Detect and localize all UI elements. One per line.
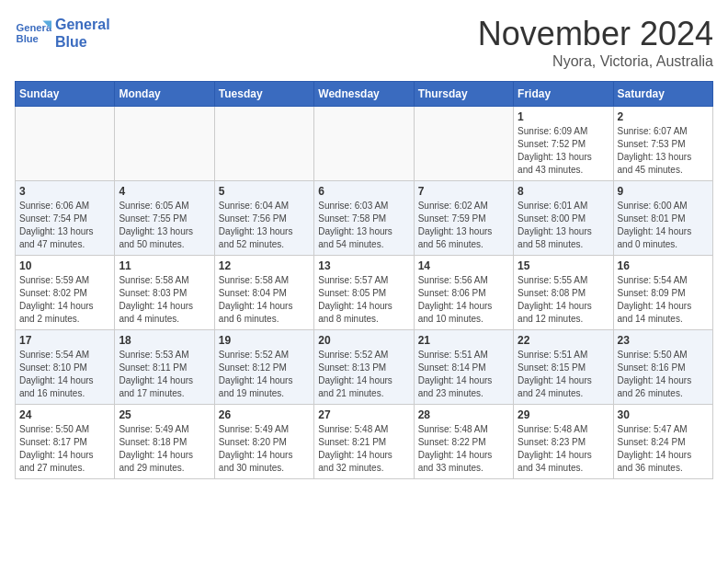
calendar-cell: [214, 107, 313, 181]
day-info: Sunrise: 5:58 AM Sunset: 8:04 PM Dayligh…: [219, 274, 310, 326]
calendar-cell: 24Sunrise: 5:50 AM Sunset: 8:17 PM Dayli…: [16, 405, 115, 479]
logo-line1: General: [55, 16, 110, 33]
day-number: 2: [618, 110, 709, 123]
calendar-cell: 12Sunrise: 5:58 AM Sunset: 8:04 PM Dayli…: [214, 256, 313, 330]
day-number: 24: [19, 408, 110, 421]
day-number: 9: [618, 185, 709, 198]
calendar-cell: 22Sunrise: 5:51 AM Sunset: 8:15 PM Dayli…: [514, 330, 613, 405]
day-number: 3: [19, 185, 110, 198]
day-info: Sunrise: 6:03 AM Sunset: 7:58 PM Dayligh…: [318, 200, 409, 251]
day-number: 20: [318, 334, 409, 347]
day-number: 14: [418, 259, 509, 272]
logo-icon: General Blue: [15, 15, 51, 52]
calendar-cell: 28Sunrise: 5:48 AM Sunset: 8:22 PM Dayli…: [414, 405, 513, 479]
day-number: 28: [418, 408, 509, 421]
day-number: 23: [618, 334, 709, 347]
day-info: Sunrise: 6:07 AM Sunset: 7:53 PM Dayligh…: [618, 125, 709, 177]
day-info: Sunrise: 5:51 AM Sunset: 8:14 PM Dayligh…: [418, 349, 509, 400]
calendar-cell: 14Sunrise: 5:56 AM Sunset: 8:06 PM Dayli…: [414, 256, 513, 330]
title-block: November 2024 Nyora, Victoria, Australia: [478, 15, 713, 70]
location: Nyora, Victoria, Australia: [478, 53, 713, 70]
weekday-monday: Monday: [115, 82, 214, 107]
day-info: Sunrise: 5:59 AM Sunset: 8:02 PM Dayligh…: [19, 274, 110, 326]
calendar-cell: 9Sunrise: 6:00 AM Sunset: 8:01 PM Daylig…: [613, 181, 712, 256]
calendar-cell: 7Sunrise: 6:02 AM Sunset: 7:59 PM Daylig…: [414, 181, 513, 256]
day-info: Sunrise: 6:00 AM Sunset: 8:01 PM Dayligh…: [618, 200, 709, 251]
day-number: 6: [318, 185, 409, 198]
day-info: Sunrise: 6:06 AM Sunset: 7:54 PM Dayligh…: [19, 200, 110, 251]
day-number: 17: [19, 334, 110, 347]
day-number: 10: [19, 259, 110, 272]
weekday-header-row: SundayMondayTuesdayWednesdayThursdayFrid…: [16, 82, 713, 107]
day-number: 27: [318, 408, 409, 421]
day-info: Sunrise: 5:56 AM Sunset: 8:06 PM Dayligh…: [418, 274, 509, 326]
weekday-sunday: Sunday: [16, 82, 115, 107]
calendar-cell: 8Sunrise: 6:01 AM Sunset: 8:00 PM Daylig…: [514, 181, 613, 256]
calendar-cell: 27Sunrise: 5:48 AM Sunset: 8:21 PM Dayli…: [314, 405, 414, 479]
calendar-cell: 4Sunrise: 6:05 AM Sunset: 7:55 PM Daylig…: [115, 181, 214, 256]
day-number: 21: [418, 334, 509, 347]
day-info: Sunrise: 5:48 AM Sunset: 8:23 PM Dayligh…: [518, 423, 609, 475]
logo: General Blue General Blue: [15, 15, 110, 52]
day-info: Sunrise: 6:01 AM Sunset: 8:00 PM Dayligh…: [518, 200, 609, 251]
logo-line2: Blue: [55, 33, 110, 51]
calendar-cell: 20Sunrise: 5:52 AM Sunset: 8:13 PM Dayli…: [314, 330, 414, 405]
day-number: 11: [119, 259, 210, 272]
day-number: 4: [119, 185, 210, 198]
day-number: 19: [219, 334, 310, 347]
day-info: Sunrise: 5:49 AM Sunset: 8:20 PM Dayligh…: [219, 423, 310, 475]
day-number: 26: [219, 408, 310, 421]
weekday-friday: Friday: [514, 82, 613, 107]
day-info: Sunrise: 5:50 AM Sunset: 8:16 PM Dayligh…: [618, 349, 709, 400]
day-info: Sunrise: 5:52 AM Sunset: 8:13 PM Dayligh…: [318, 349, 409, 400]
calendar-cell: 25Sunrise: 5:49 AM Sunset: 8:18 PM Dayli…: [115, 405, 214, 479]
calendar-cell: 3Sunrise: 6:06 AM Sunset: 7:54 PM Daylig…: [16, 181, 115, 256]
page-header: General Blue General Blue November 2024 …: [15, 15, 713, 70]
calendar-cell: 29Sunrise: 5:48 AM Sunset: 8:23 PM Dayli…: [514, 405, 613, 479]
day-number: 25: [119, 408, 210, 421]
day-info: Sunrise: 5:48 AM Sunset: 8:21 PM Dayligh…: [318, 423, 409, 475]
calendar-cell: 2Sunrise: 6:07 AM Sunset: 7:53 PM Daylig…: [613, 107, 712, 181]
day-info: Sunrise: 5:47 AM Sunset: 8:24 PM Dayligh…: [618, 423, 709, 475]
calendar-cell: 18Sunrise: 5:53 AM Sunset: 8:11 PM Dayli…: [115, 330, 214, 405]
calendar-cell: 15Sunrise: 5:55 AM Sunset: 8:08 PM Dayli…: [514, 256, 613, 330]
day-info: Sunrise: 5:52 AM Sunset: 8:12 PM Dayligh…: [219, 349, 310, 400]
svg-text:Blue: Blue: [17, 33, 39, 44]
week-row-4: 24Sunrise: 5:50 AM Sunset: 8:17 PM Dayli…: [16, 405, 713, 479]
day-number: 5: [219, 185, 310, 198]
day-info: Sunrise: 5:58 AM Sunset: 8:03 PM Dayligh…: [119, 274, 210, 326]
day-info: Sunrise: 5:48 AM Sunset: 8:22 PM Dayligh…: [418, 423, 509, 475]
calendar: SundayMondayTuesdayWednesdayThursdayFrid…: [15, 81, 713, 479]
calendar-cell: 6Sunrise: 6:03 AM Sunset: 7:58 PM Daylig…: [314, 181, 414, 256]
weekday-wednesday: Wednesday: [314, 82, 414, 107]
day-info: Sunrise: 5:55 AM Sunset: 8:08 PM Dayligh…: [518, 274, 609, 326]
day-info: Sunrise: 5:57 AM Sunset: 8:05 PM Dayligh…: [318, 274, 409, 326]
calendar-cell: 21Sunrise: 5:51 AM Sunset: 8:14 PM Dayli…: [414, 330, 513, 405]
calendar-cell: [414, 107, 513, 181]
calendar-cell: 30Sunrise: 5:47 AM Sunset: 8:24 PM Dayli…: [613, 405, 712, 479]
calendar-cell: 1Sunrise: 6:09 AM Sunset: 7:52 PM Daylig…: [514, 107, 613, 181]
calendar-cell: 26Sunrise: 5:49 AM Sunset: 8:20 PM Dayli…: [214, 405, 313, 479]
day-info: Sunrise: 5:54 AM Sunset: 8:10 PM Dayligh…: [19, 349, 110, 400]
day-number: 16: [618, 259, 709, 272]
week-row-0: 1Sunrise: 6:09 AM Sunset: 7:52 PM Daylig…: [16, 107, 713, 181]
calendar-cell: 16Sunrise: 5:54 AM Sunset: 8:09 PM Dayli…: [613, 256, 712, 330]
day-number: 8: [518, 185, 609, 198]
day-number: 12: [219, 259, 310, 272]
calendar-cell: 23Sunrise: 5:50 AM Sunset: 8:16 PM Dayli…: [613, 330, 712, 405]
day-info: Sunrise: 6:02 AM Sunset: 7:59 PM Dayligh…: [418, 200, 509, 251]
weekday-tuesday: Tuesday: [214, 82, 313, 107]
weekday-thursday: Thursday: [414, 82, 513, 107]
calendar-cell: 11Sunrise: 5:58 AM Sunset: 8:03 PM Dayli…: [115, 256, 214, 330]
day-info: Sunrise: 5:53 AM Sunset: 8:11 PM Dayligh…: [119, 349, 210, 400]
month-title: November 2024: [478, 15, 713, 53]
day-info: Sunrise: 5:54 AM Sunset: 8:09 PM Dayligh…: [618, 274, 709, 326]
week-row-2: 10Sunrise: 5:59 AM Sunset: 8:02 PM Dayli…: [16, 256, 713, 330]
day-info: Sunrise: 5:51 AM Sunset: 8:15 PM Dayligh…: [518, 349, 609, 400]
day-info: Sunrise: 5:50 AM Sunset: 8:17 PM Dayligh…: [19, 423, 110, 475]
day-info: Sunrise: 5:49 AM Sunset: 8:18 PM Dayligh…: [119, 423, 210, 475]
day-number: 15: [518, 259, 609, 272]
day-number: 13: [318, 259, 409, 272]
day-number: 29: [518, 408, 609, 421]
calendar-cell: 19Sunrise: 5:52 AM Sunset: 8:12 PM Dayli…: [214, 330, 313, 405]
